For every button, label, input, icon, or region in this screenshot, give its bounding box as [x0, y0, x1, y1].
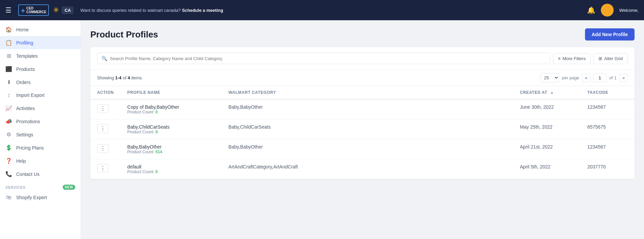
created-at: May 25th, 2022: [520, 124, 553, 130]
main-content: Product Profiles Add New Profile 🔍 ≡ Mor…: [81, 20, 644, 239]
new-badge: NEW: [63, 185, 75, 190]
sidebar-item-pricing-plans[interactable]: 💲 Pricing Plans: [0, 141, 81, 154]
created-at: April 21st, 2022: [520, 144, 553, 150]
product-count: Product Count: 0: [127, 130, 215, 134]
col-header-profile-name: PROFILE NAME: [121, 86, 222, 99]
page-range: 1-4: [115, 75, 122, 80]
showing-text: Showing 1-4 of 4 items.: [97, 75, 143, 80]
page-title: Product Profiles: [90, 29, 158, 40]
bell-icon[interactable]: 🔔: [587, 6, 595, 14]
sidebar-item-help[interactable]: ❓ Help: [0, 154, 81, 167]
row-profile-cell: Baby,BabyOther Product Count: 514: [121, 139, 222, 159]
product-count: Product Count: 0: [127, 110, 215, 114]
promotions-icon: 📣: [5, 118, 12, 125]
row-created-cell: April 21st, 2022: [513, 139, 581, 159]
sidebar-nav: 🏠 Home 📋 Profiling ⊞ Templates ⬛ Product…: [0, 20, 81, 239]
taxcode: 1234567: [587, 144, 606, 150]
col-header-created-at[interactable]: CREATED AT ▲: [513, 86, 581, 99]
row-created-cell: June 30th, 2022: [513, 99, 581, 120]
row-action-button[interactable]: ⋮: [97, 164, 109, 173]
grid-icon: ⊞: [598, 56, 602, 61]
sidebar-item-import-export[interactable]: ↕ Import Export: [0, 89, 81, 102]
search-input-wrapper[interactable]: 🔍: [97, 53, 550, 64]
walmart-category: ArtAndCraftCategory,ArtAndCraft: [229, 164, 298, 169]
row-category-cell: Baby,BabyOther: [222, 99, 513, 120]
help-icon: ❓: [5, 158, 12, 164]
total-count: 4: [127, 75, 130, 80]
pagination-row: Showing 1-4 of 4 items. 25 50 100 per pa…: [90, 70, 635, 86]
contact-icon: 📞: [5, 171, 12, 177]
sidebar-item-templates[interactable]: ⊞ Templates: [0, 49, 81, 62]
first-page-button[interactable]: «: [582, 74, 590, 82]
sidebar-item-label: Profiling: [16, 40, 75, 46]
per-page-select[interactable]: 25 50 100: [540, 73, 559, 82]
cedcommerce-logo: ◈ CED COMMERCE: [18, 4, 49, 16]
sidebar: 🏠 Home 📋 Profiling ⊞ Templates ⬛ Product…: [0, 20, 81, 239]
sidebar-item-label: Orders: [16, 80, 75, 85]
ca-badge: CA: [62, 6, 74, 14]
sidebar-item-activities[interactable]: 📈 Activities: [0, 102, 81, 115]
services-section: SERVICES NEW: [0, 181, 81, 191]
products-icon: ⬛: [5, 66, 12, 72]
table-row: ⋮ Baby,ChildCarSeats Product Count: 0 Ba…: [90, 120, 635, 139]
row-action-cell: ⋮: [90, 99, 121, 120]
filter-icon: ≡: [558, 56, 561, 61]
search-input[interactable]: [110, 56, 546, 61]
walmart-category: Baby,ChildCarSeats: [229, 124, 271, 130]
main-layout: 🏠 Home 📋 Profiling ⊞ Templates ⬛ Product…: [0, 20, 644, 239]
sidebar-item-products[interactable]: ⬛ Products: [0, 62, 81, 76]
page-input[interactable]: [593, 74, 607, 82]
sidebar-item-label: Settings: [16, 132, 75, 137]
row-action-cell: ⋮: [90, 120, 121, 139]
sidebar-item-label: Pricing Plans: [16, 145, 75, 151]
settings-icon: ⚙: [5, 131, 12, 138]
sidebar-item-promotions[interactable]: 📣 Promotions: [0, 115, 81, 128]
home-icon: 🏠: [5, 26, 12, 33]
import-export-icon: ↕: [5, 92, 12, 98]
sidebar-item-contact-us[interactable]: 📞 Contact Us: [0, 167, 81, 181]
row-profile-cell: Copy of Baby,BabyOther Product Count: 0: [121, 99, 222, 120]
row-profile-cell: Baby,ChildCarSeats Product Count: 0: [121, 120, 222, 139]
pagination-controls: 25 50 100 per page « of 1 »: [540, 73, 628, 82]
row-action-button[interactable]: ⋮: [97, 144, 109, 153]
hamburger-icon[interactable]: ☰: [5, 6, 11, 14]
topbar-message: Want to discuss queries related to walma…: [80, 8, 583, 13]
sidebar-item-shopify-expert[interactable]: 🛍 Shopify Expert: [0, 191, 81, 204]
col-header-taxcode: TAXCODE: [581, 86, 635, 99]
row-category-cell: Baby,BabyOther: [222, 139, 513, 159]
row-taxcode-cell: 1234567: [581, 139, 635, 159]
last-page-button[interactable]: »: [619, 74, 628, 82]
sidebar-item-home[interactable]: 🏠 Home: [0, 23, 81, 36]
row-action-button[interactable]: ⋮: [97, 104, 109, 113]
sidebar-item-profiling[interactable]: 📋 Profiling: [0, 36, 81, 49]
search-icon: 🔍: [101, 56, 107, 61]
sidebar-item-label: Shopify Expert: [16, 195, 75, 200]
row-category-cell: Baby,ChildCarSeats: [222, 120, 513, 139]
sidebar-item-orders[interactable]: ⬇ Orders: [0, 76, 81, 89]
row-action-button[interactable]: ⋮: [97, 124, 109, 133]
alter-grid-button[interactable]: ⊞ Alter Grid: [593, 53, 628, 64]
add-new-profile-button[interactable]: Add New Profile: [585, 28, 635, 41]
avatar: [601, 4, 614, 17]
topbar-right: 🔔 Welcome,: [587, 4, 639, 17]
logo-text: CED COMMERCE: [26, 6, 46, 14]
product-count: Product Count: 514: [127, 150, 215, 154]
table-header: ACTION PROFILE NAME WALMART CATEGORY CRE…: [90, 86, 635, 99]
profile-name: default: [127, 164, 215, 169]
profile-name: Baby,BabyOther: [127, 144, 215, 150]
row-category-cell: ArtAndCraftCategory,ArtAndCraft: [222, 159, 513, 179]
walmart-category: Baby,BabyOther: [229, 144, 263, 150]
logo-icon: ◈: [21, 7, 25, 14]
created-at: April 5th, 2022: [520, 164, 550, 169]
row-profile-cell: default Product Count: 0: [121, 159, 222, 179]
profiles-table: ACTION PROFILE NAME WALMART CATEGORY CRE…: [90, 86, 635, 179]
taxcode: 2037770: [587, 164, 606, 169]
schedule-meeting-link[interactable]: Schedule a meeting: [182, 8, 223, 13]
sidebar-item-label: Products: [16, 67, 75, 72]
topbar: ☰ ◈ CED COMMERCE ✳ CA Want to discuss qu…: [0, 0, 644, 20]
sidebar-item-label: Import Export: [16, 92, 75, 98]
sidebar-item-settings[interactable]: ⚙ Settings: [0, 128, 81, 141]
walmart-category: Baby,BabyOther: [229, 104, 263, 110]
sidebar-item-label: Help: [16, 158, 75, 164]
more-filters-button[interactable]: ≡ More Filters: [553, 53, 591, 64]
